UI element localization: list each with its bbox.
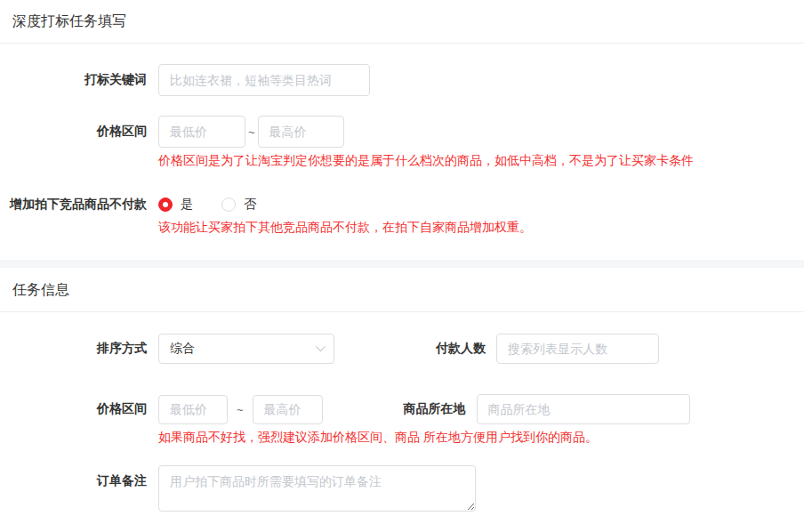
order-note-textarea[interactable] bbox=[158, 465, 476, 512]
price-range-row: 价格区间 ~ bbox=[0, 116, 804, 148]
keyword-row: 打标关键词 bbox=[0, 64, 804, 96]
tilde-separator: ~ bbox=[237, 403, 244, 416]
radio-option-yes-label: 是 bbox=[181, 197, 193, 213]
competitor-row: 增加拍下竞品商品不付款 是 否 bbox=[0, 197, 804, 213]
price-range-label: 价格区间 bbox=[0, 124, 147, 140]
sort-payers-row: 排序方式 综合 付款人数 bbox=[0, 334, 804, 364]
sort-label: 排序方式 bbox=[0, 341, 147, 357]
price-location-row: 价格区间 ~ 商品所在地 bbox=[0, 394, 804, 424]
sort-select-value: 综合 bbox=[170, 341, 195, 357]
tilde-separator: ~ bbox=[248, 125, 255, 139]
order-note-row: 订单备注 bbox=[0, 465, 804, 512]
radio-checked-icon bbox=[158, 197, 173, 212]
keyword-input[interactable] bbox=[158, 64, 370, 96]
chevron-down-icon bbox=[316, 341, 326, 351]
deep-marking-form-page: 深度打标任务填写 打标关键词 价格区间 ~ 价格区间是为了让淘宝判定你想要的是属… bbox=[0, 0, 804, 512]
order-note-label: 订单备注 bbox=[0, 465, 147, 489]
competitor-hint: 该功能让买家拍下其他竞品商品不付款，在拍下自家商品增加权重。 bbox=[158, 220, 804, 234]
section-divider bbox=[0, 43, 804, 44]
keyword-label: 打标关键词 bbox=[0, 72, 147, 88]
price-range-hint: 价格区间是为了让淘宝判定你想要的是属于什么档次的商品，如低中高档，不是为了让买家… bbox=[158, 153, 804, 167]
price-max-input[interactable] bbox=[258, 116, 344, 148]
competitor-label: 增加拍下竞品商品不付款 bbox=[0, 197, 147, 213]
price-location-hint: 如果商品不好找，强烈建议添加价格区间、商品 所在地方便用户找到你的商品。 bbox=[158, 430, 804, 444]
price-range2-label: 价格区间 bbox=[0, 401, 147, 417]
payers-label: 付款人数 bbox=[334, 341, 486, 357]
radio-unchecked-icon bbox=[221, 197, 236, 212]
section-divider bbox=[0, 311, 804, 312]
section-separator-band bbox=[0, 260, 804, 268]
radio-option-yes[interactable]: 是 bbox=[158, 197, 193, 213]
payers-input[interactable] bbox=[496, 334, 659, 364]
price-max-input2[interactable] bbox=[253, 395, 323, 424]
radio-option-no-label: 否 bbox=[244, 197, 256, 213]
section-title-task-info: 任务信息 bbox=[0, 268, 804, 300]
sort-select[interactable]: 综合 bbox=[158, 334, 334, 364]
competitor-radio-group: 是 否 bbox=[158, 197, 285, 213]
location-input[interactable] bbox=[477, 394, 690, 424]
location-label: 商品所在地 bbox=[323, 401, 466, 417]
radio-option-no[interactable]: 否 bbox=[221, 197, 256, 213]
section-task-info: 任务信息 排序方式 综合 付款人数 价格区间 ~ 商品所在地 如果商品不好找，强… bbox=[0, 268, 804, 512]
price-min-input2[interactable] bbox=[158, 395, 228, 424]
section-title-deep-marking: 深度打标任务填写 bbox=[0, 0, 804, 31]
price-min-input[interactable] bbox=[158, 116, 245, 148]
section-deep-marking-task: 深度打标任务填写 打标关键词 价格区间 ~ 价格区间是为了让淘宝判定你想要的是属… bbox=[0, 0, 804, 234]
